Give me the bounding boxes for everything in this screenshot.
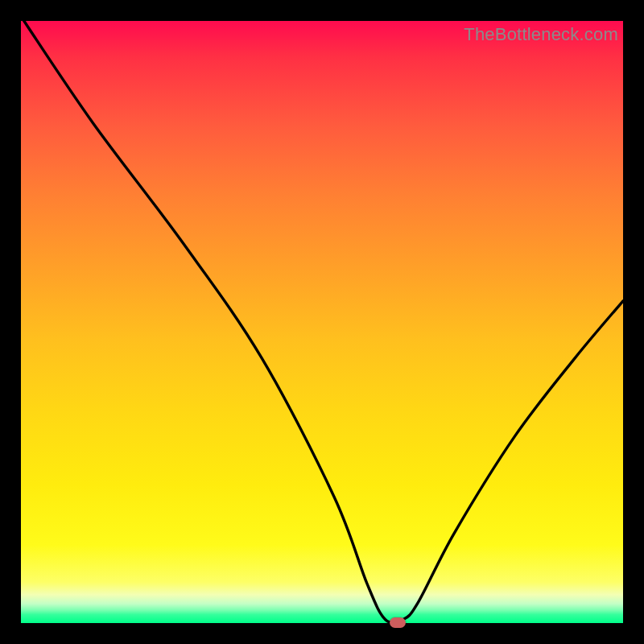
optimal-marker <box>390 617 406 628</box>
bottleneck-curve <box>21 21 623 623</box>
plot-area: TheBottleneck.com <box>21 21 623 623</box>
chart-frame: TheBottleneck.com <box>0 0 644 644</box>
